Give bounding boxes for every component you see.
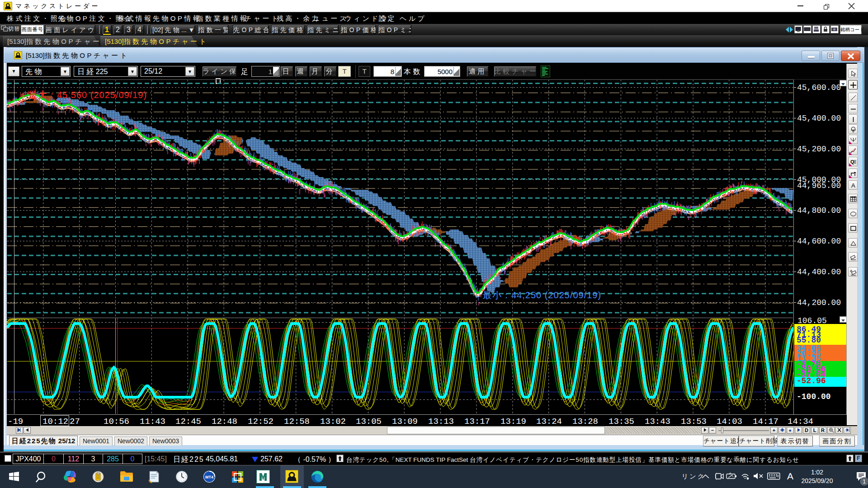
svg-text:A: A xyxy=(851,182,855,189)
svg-text:MT4: MT4 xyxy=(205,475,213,479)
svg-text:←最大：45,560 (2025/09/19): ←最大：45,560 (2025/09/19) xyxy=(19,90,147,100)
svg-text:←最小：44,250 (2025/09/19): ←最小：44,250 (2025/09/19) xyxy=(473,290,601,300)
